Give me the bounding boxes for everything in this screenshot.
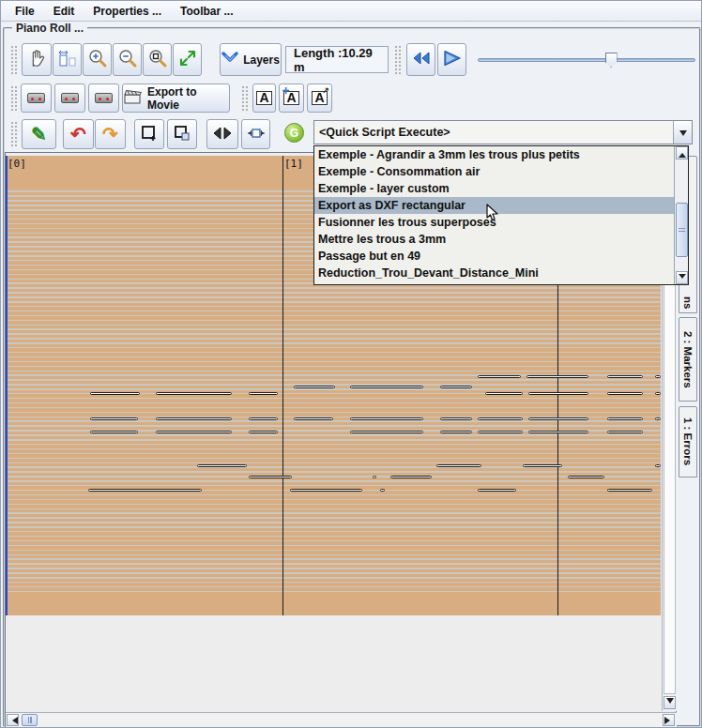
resize-box-button[interactable]: [241, 119, 270, 149]
roll-view-button-3[interactable]: [88, 83, 119, 113]
note-hole[interactable]: [655, 375, 661, 378]
note-hole[interactable]: [440, 431, 472, 433]
stretch-notes-button[interactable]: [206, 119, 238, 149]
add-text-button[interactable]: A ✛: [279, 83, 304, 113]
quick-script-combobox[interactable]: <Quick Script Execute>: [313, 120, 693, 144]
menu-toolbar[interactable]: Toolbar ...: [172, 3, 241, 20]
zoom-slider-thumb[interactable]: [605, 53, 618, 68]
note-hole[interactable]: [440, 417, 472, 420]
roll-view-button-2[interactable]: [54, 83, 85, 113]
note-hole[interactable]: [440, 386, 472, 388]
note-hole[interactable]: [249, 431, 278, 433]
note-hole[interactable]: [485, 392, 523, 395]
note-hole[interactable]: [156, 417, 232, 420]
note-hole[interactable]: [294, 417, 333, 420]
note-hole[interactable]: [655, 464, 661, 467]
menu-file[interactable]: File: [7, 3, 43, 20]
horizontal-scrollbar-thumb[interactable]: [22, 714, 38, 726]
note-hole[interactable]: [523, 464, 562, 467]
rewind-button[interactable]: [406, 43, 435, 76]
scroll-down-button[interactable]: [664, 696, 676, 709]
dropdown-scrollbar[interactable]: [674, 146, 688, 284]
rect-copy-button[interactable]: [167, 119, 197, 149]
dropdown-item[interactable]: Passage but en 49: [314, 248, 675, 265]
note-hole[interactable]: [156, 431, 232, 433]
note-hole[interactable]: [478, 489, 516, 492]
note-hole[interactable]: [350, 417, 423, 420]
note-hole[interactable]: [290, 489, 362, 492]
zoom-region-button[interactable]: [143, 43, 172, 76]
redo-button[interactable]: ↷: [95, 119, 126, 149]
note-hole[interactable]: [526, 375, 588, 378]
dropdown-item[interactable]: Mettre les trous a 3mm: [314, 231, 675, 248]
text-tools-drag-handle[interactable]: [241, 85, 250, 111]
pencil-tool-button[interactable]: ✎: [22, 119, 56, 149]
rect-select-button[interactable]: [134, 119, 164, 149]
note-hole[interactable]: [528, 431, 588, 433]
scroll-right-button[interactable]: [663, 714, 675, 726]
undo-button[interactable]: ↶: [63, 119, 94, 149]
note-hole[interactable]: [390, 476, 432, 478]
tab-markers[interactable]: 2 : Markers: [679, 317, 697, 402]
export-to-movie-button[interactable]: Export to Movie: [122, 83, 230, 113]
note-hole[interactable]: [249, 417, 278, 420]
toolbar3-drag-handle[interactable]: [10, 121, 19, 147]
note-hole[interactable]: [528, 392, 588, 395]
zoom-slider-track[interactable]: [478, 58, 695, 62]
note-hole[interactable]: [294, 386, 335, 388]
dropdown-scrollbar-thumb[interactable]: [676, 203, 688, 257]
dropdown-item[interactable]: Reduction_Trou_Devant_Distance_Mini: [314, 265, 675, 281]
tab-errors[interactable]: 1 : Errors: [679, 406, 697, 478]
note-hole[interactable]: [380, 489, 385, 492]
pan-hand-button[interactable]: [22, 43, 52, 76]
scroll-left-button[interactable]: [7, 714, 19, 726]
run-script-button[interactable]: G: [284, 123, 304, 143]
combobox-dropdown-button[interactable]: [673, 121, 692, 144]
zoom-in-button[interactable]: [83, 43, 112, 76]
move-text-button[interactable]: A ↗: [307, 83, 332, 113]
dropdown-item[interactable]: Exemple - layer custom: [314, 180, 675, 197]
toolbar2-drag-handle[interactable]: [10, 85, 19, 111]
zoom-slider[interactable]: [478, 50, 695, 70]
horizontal-scrollbar[interactable]: [6, 712, 677, 727]
toolbar1-drag-handle[interactable]: [10, 45, 19, 74]
dropdown-item-clipped[interactable]: Scindation: [314, 281, 675, 285]
note-hole[interactable]: [655, 417, 661, 420]
note-hole[interactable]: [478, 431, 523, 433]
note-hole[interactable]: [607, 375, 643, 378]
note-hole[interactable]: [373, 476, 376, 478]
menu-properties[interactable]: Properties ...: [84, 3, 170, 20]
note-hole[interactable]: [350, 386, 423, 388]
zoom-out-button[interactable]: [113, 43, 142, 76]
transport-drag-handle[interactable]: [394, 45, 403, 74]
dropdown-item[interactable]: Exemple - Consommation air: [314, 163, 675, 180]
play-button[interactable]: [437, 43, 466, 76]
roll-view-button-1[interactable]: [21, 83, 52, 113]
note-hole[interactable]: [655, 392, 661, 395]
note-hole[interactable]: [90, 431, 138, 433]
layers-button[interactable]: Layers: [220, 43, 282, 76]
dropdown-item[interactable]: Exemple - Agrandir a 3mm les trous plus …: [314, 146, 675, 163]
note-hole[interactable]: [478, 417, 523, 420]
note-hole[interactable]: [197, 464, 247, 467]
note-hole[interactable]: [90, 417, 138, 420]
note-hole[interactable]: [249, 392, 278, 395]
text-tool-button[interactable]: A: [252, 83, 276, 113]
zoom-fit-button[interactable]: [173, 43, 202, 76]
note-hole[interactable]: [528, 417, 588, 420]
note-hole[interactable]: [607, 417, 643, 420]
dropdown-scroll-up-button[interactable]: [676, 146, 688, 159]
note-hole[interactable]: [90, 392, 140, 395]
note-hole[interactable]: [156, 392, 232, 395]
note-hole[interactable]: [350, 431, 423, 433]
menu-edit[interactable]: Edit: [45, 3, 84, 20]
measure-width-button[interactable]: [53, 43, 82, 76]
note-hole[interactable]: [568, 476, 604, 478]
dropdown-scroll-down-button[interactable]: [676, 271, 688, 284]
note-hole[interactable]: [436, 464, 481, 467]
note-hole[interactable]: [249, 476, 292, 478]
note-hole[interactable]: [607, 392, 643, 395]
note-hole[interactable]: [607, 431, 643, 433]
note-hole[interactable]: [88, 489, 202, 492]
note-hole[interactable]: [478, 375, 521, 378]
